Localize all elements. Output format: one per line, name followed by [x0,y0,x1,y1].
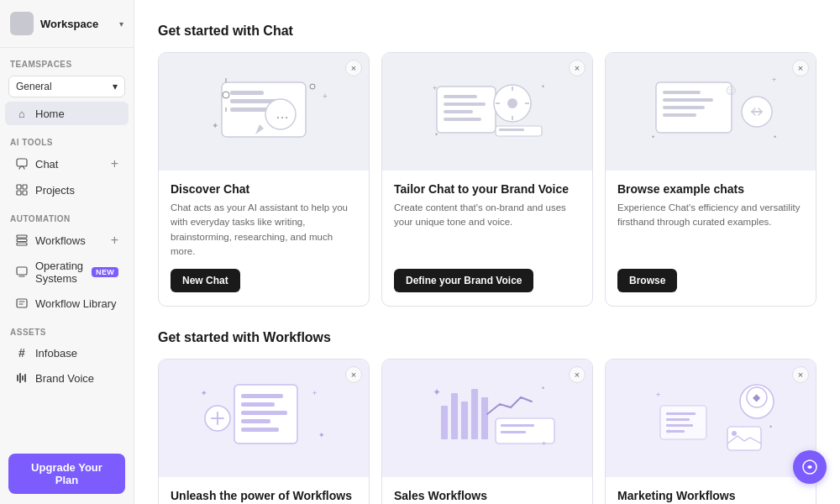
workflows-section-title: Get started with Workflows [158,330,816,345]
new-chat-button[interactable]: New Chat [171,269,240,292]
brand-voice-image: + • • × [382,53,592,171]
svg-point-32 [507,98,517,108]
sidebar-item-brand-voice[interactable]: Brand Voice [5,366,129,390]
sidebar-item-chat[interactable]: Chat + [5,151,129,176]
svg-rect-45 [663,106,705,109]
chat-icon [15,157,29,171]
discover-chat-desc: Chat acts as your AI assistant to help y… [171,201,357,259]
fab-button[interactable] [793,450,827,484]
marketing-workflows-close-button[interactable]: × [792,366,809,383]
svg-rect-69 [481,397,488,439]
discover-chat-close-button[interactable]: × [345,60,362,76]
svg-rect-5 [17,235,27,238]
projects-icon [15,183,29,197]
svg-rect-68 [471,389,478,439]
workspace-selector[interactable]: Workspace ▾ [0,0,134,48]
svg-text:✦: ✦ [201,389,207,397]
sales-workflows-image: ✦ • + × [382,360,592,477]
main-content: Get started with Chat … + ✦ [134,0,840,504]
svg-text:…: … [276,107,289,121]
marketing-workflows-body: Marketing Workflows Harness our Marketin… [606,477,816,504]
sales-workflows-body: Sales Workflows Use our sales-focused wo… [382,477,592,504]
svg-rect-85 [666,412,696,415]
teamspaces-label: Teamspaces [0,48,134,72]
svg-rect-38 [499,129,524,131]
add-workflow-icon[interactable]: + [111,233,118,248]
sidebar: Workspace ▾ Teamspaces General ▾ ⌂ Home … [0,0,134,504]
svg-text:•: • [769,423,772,431]
brand-voice-card-title: Tailor Chat to your Brand Voice [394,182,580,196]
sidebar-item-projects[interactable]: Projects [5,178,129,202]
sales-workflows-close-button[interactable]: × [569,366,585,383]
browse-button[interactable]: Browse [617,269,677,292]
sidebar-item-infobase[interactable]: # Infobase [5,341,129,365]
sidebar-item-workflows[interactable]: Workflows + [5,228,129,253]
svg-rect-58 [241,428,279,432]
browse-chats-close-button[interactable]: × [792,60,809,76]
svg-point-78 [732,431,737,436]
brand-voice-card: + • • × Tailor Chat to your Brand Voice … [381,52,593,307]
svg-rect-77 [727,427,761,450]
sales-workflows-card: ✦ • + × Sales Workflows Use our sales-fo… [381,359,593,504]
unleash-workflows-image: + ✦ ✦ × [159,360,369,477]
chat-section-title: Get started with Chat [158,24,816,39]
infobase-icon: # [15,346,29,360]
svg-rect-28 [444,102,486,106]
svg-rect-12 [22,375,24,381]
sidebar-os-label: Operating Systems [35,260,85,285]
sidebar-item-home[interactable]: ⌂ Home [5,102,129,125]
workspace-avatar [10,12,34,35]
marketing-workflows-card: ◆ + ✦ • × Marketing Workflows Harness ou… [605,359,816,504]
svg-text:+: + [656,391,660,399]
browse-chats-card: ☺ • • + × Browse example chats Experienc… [605,52,816,307]
ai-tools-label: AI Tools [0,126,134,150]
brand-voice-icon [15,371,29,385]
new-badge: NEW [92,267,118,277]
svg-text:•: • [542,384,544,392]
sidebar-brand-voice-label: Brand Voice [35,372,118,385]
browse-chats-desc: Experience Chat's efficiency and versati… [617,201,804,259]
assets-label: Assets [0,316,134,340]
upgrade-button[interactable]: Upgrade Your Plan [8,454,125,494]
svg-point-23 [310,84,315,89]
sidebar-item-workflow-library[interactable]: Workflow Library [5,291,129,315]
svg-rect-9 [17,299,27,307]
svg-rect-4 [23,191,27,195]
svg-rect-13 [24,374,26,382]
svg-rect-56 [241,411,287,415]
svg-rect-57 [241,419,270,423]
sidebar-chat-label: Chat [35,158,104,171]
svg-text:+: + [542,439,546,448]
svg-rect-8 [17,267,27,275]
svg-rect-54 [241,394,283,398]
svg-text:+: + [323,92,328,101]
svg-text:☺: ☺ [723,81,738,98]
discover-chat-body: Discover Chat Chat acts as your AI assis… [159,171,369,306]
sidebar-item-operating-systems[interactable]: Operating Systems NEW [5,255,129,290]
svg-rect-6 [17,239,27,242]
svg-rect-55 [241,402,275,407]
add-chat-icon[interactable]: + [111,156,118,171]
svg-text:◆: ◆ [753,391,761,403]
svg-text:•: • [774,133,776,141]
unleash-workflows-card: + ✦ ✦ × Unleash the power of Workflows I… [158,359,370,504]
home-icon: ⌂ [15,107,29,120]
svg-rect-72 [501,431,526,433]
svg-rect-86 [666,418,690,421]
svg-rect-15 [230,91,264,95]
teamspace-dropdown[interactable]: General ▾ [8,76,125,97]
define-brand-voice-button[interactable]: Define your Brand Voice [394,269,533,292]
brand-voice-close-button[interactable]: × [569,60,585,76]
svg-text:✦: ✦ [433,386,441,398]
sales-workflows-title: Sales Workflows [394,489,580,502]
workspace-name: Workspace [40,18,113,30]
svg-rect-2 [23,185,27,189]
sidebar-home-label: Home [35,108,118,120]
workflow-library-icon [15,297,29,310]
discover-chat-card: … + ✦ × Discover Chat Chat acts as your … [158,52,370,307]
svg-text:+: + [772,76,776,84]
svg-rect-29 [444,110,473,113]
discover-chat-image: … + ✦ × [159,53,369,171]
svg-rect-26 [437,87,496,133]
unleash-workflows-close-button[interactable]: × [345,366,362,383]
